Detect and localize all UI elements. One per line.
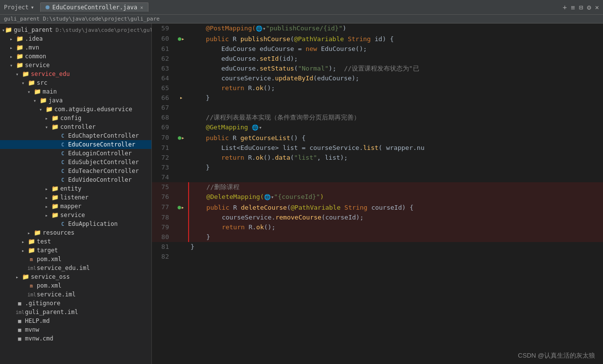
sidebar-item-gitignore[interactable]: ■ .gitignore <box>0 299 151 308</box>
sidebar-item-EduCourseController[interactable]: C EduCourseController <box>0 140 151 149</box>
line-code[interactable]: } <box>189 163 603 172</box>
sidebar-item-service-iml[interactable]: iml service.iml <box>0 290 151 299</box>
add-icon[interactable]: + <box>563 3 567 11</box>
line-code[interactable]: @DeleteMapping(🌐▾"{courseId}") <box>189 192 603 202</box>
line-code[interactable]: courseService.updateById(eduCourse); <box>189 73 603 83</box>
sidebar-item-main[interactable]: ▾ 📁 main <box>0 87 151 96</box>
line-code[interactable]: } <box>189 242 603 252</box>
line-code[interactable]: List<EduCourse> list = courseService.lis… <box>189 143 603 153</box>
line-code[interactable] <box>189 172 603 182</box>
sidebar-item-pom-edu[interactable]: m pom.xml <box>0 255 151 264</box>
sidebar-item-test[interactable]: ▸ 📁 test <box>0 237 151 246</box>
line-gutter <box>174 213 189 222</box>
sidebar-item-EduSubjectController[interactable]: C EduSubjectController <box>0 158 151 167</box>
sidebar-item-guli-parent-iml[interactable]: iml guli_parent.iml <box>0 308 151 316</box>
tree-root[interactable]: ▾ 📁 guli_parent D:\study\java\code\proje… <box>0 25 151 34</box>
line-code[interactable]: return R.ok().data("list", list); <box>189 153 603 163</box>
sidebar-item-EduApplication[interactable]: C EduApplication <box>0 219 151 228</box>
tree-label: common <box>25 53 46 60</box>
line-code[interactable]: courseService.removeCourse(courseId); <box>189 213 603 222</box>
sidebar-item-config[interactable]: ▸ 📁 config <box>0 114 151 122</box>
sidebar-item-src[interactable]: ▾ 📁 src <box>0 78 151 87</box>
editor-tab[interactable]: EduCourseController.java × <box>40 2 148 12</box>
line-gutter <box>174 192 189 202</box>
tree-label: guli_parent.iml <box>25 309 78 315</box>
expand-arrow: ▾ <box>45 124 51 130</box>
code-line-80: 80 } <box>152 232 603 242</box>
java-file-icon: C <box>59 169 67 174</box>
sidebar-item-EduChapterController[interactable]: C EduChapterController <box>0 131 151 140</box>
expand-arrow: ▾ <box>27 89 33 95</box>
line-code[interactable]: eduCourse.setStatus("Normal"); //设置课程发布状… <box>189 64 603 73</box>
sidebar-item-help-md[interactable]: ■ HELP.md <box>0 316 151 325</box>
sidebar-item-resources[interactable]: ▸ 📁 resources <box>0 228 151 237</box>
sidebar-item-com-atguigu[interactable]: ▾ 📁 com.atguigu.eduservice <box>0 105 151 114</box>
tree-label: EduCourseController <box>68 141 135 148</box>
settings-icon[interactable]: ⚙ <box>587 3 591 11</box>
line-gutter <box>174 113 189 122</box>
java-file-icon: C <box>59 151 67 156</box>
sidebar-item-common[interactable]: ▸ 📁 common <box>0 52 151 61</box>
line-number: 74 <box>152 172 174 182</box>
line-code[interactable]: public R getCourseList() { <box>189 133 603 143</box>
line-code[interactable]: EduCourse eduCourse = new EduCourse(); <box>189 44 603 54</box>
sidebar-item-listener[interactable]: ▸ 📁 listener <box>0 193 151 202</box>
sidebar-item-service2[interactable]: ▸ 📁 service <box>0 211 151 219</box>
line-number: 66 <box>152 93 174 103</box>
tree-label: java <box>48 97 63 104</box>
tree-label: mvnw <box>25 326 39 333</box>
sidebar-item-mvnw-cmd[interactable]: ■ mvnw.cmd <box>0 334 151 343</box>
minus-icon[interactable]: ⊟ <box>579 3 583 11</box>
line-gutter <box>174 44 189 54</box>
sidebar-item-entity[interactable]: ▸ 📁 entity <box>0 184 151 193</box>
sidebar-item-target[interactable]: ▸ 📁 target <box>0 246 151 255</box>
sidebar-item-controller[interactable]: ▾ 📁 controller <box>0 122 151 131</box>
line-code[interactable] <box>189 103 603 113</box>
code-line-76: 76 @DeleteMapping(🌐▾"{courseId}") <box>152 192 603 202</box>
line-code[interactable]: @GetMapping 🌐▾ <box>189 122 603 133</box>
code-line-61: 61 EduCourse eduCourse = new EduCourse()… <box>152 44 603 54</box>
sidebar-item-EduVideoController[interactable]: C EduVideoController <box>0 175 151 184</box>
sidebar-item-pom-oss[interactable]: m pom.xml <box>0 281 151 290</box>
code-line-73: 73 } <box>152 163 603 172</box>
list-icon[interactable]: ≡ <box>571 3 575 11</box>
line-gutter: ▸ <box>174 93 189 103</box>
code-table: 59 @PostMapping(🌐▾"publishCourse/{id}") … <box>152 24 603 262</box>
sidebar-item-EduTeacherController[interactable]: C EduTeacherController <box>0 167 151 175</box>
sidebar-item-mvnw[interactable]: ■ mvnw <box>0 325 151 334</box>
sidebar-item-service-edu-iml[interactable]: iml service_edu.iml <box>0 264 151 272</box>
sidebar-item-mvn[interactable]: ▸ 📁 .mvn <box>0 43 151 52</box>
line-code[interactable]: return R.ok(); <box>189 222 603 232</box>
line-code[interactable]: //课程列表最基本实现（条件查询带分页后期再完善） <box>189 113 603 122</box>
line-code[interactable]: return R.ok(); <box>189 83 603 93</box>
line-code[interactable]: @PostMapping(🌐▾"publishCourse/{id}") <box>189 24 603 34</box>
sidebar-item-java[interactable]: ▾ 📁 java <box>0 96 151 105</box>
line-gutter <box>174 54 189 64</box>
code-area[interactable]: 59 @PostMapping(🌐▾"publishCourse/{id}") … <box>152 24 603 364</box>
tree-label: src <box>37 79 48 86</box>
sidebar-item-EduLoginController[interactable]: C EduLoginController <box>0 149 151 158</box>
line-code[interactable] <box>189 252 603 262</box>
close-window-icon[interactable]: × <box>595 3 599 11</box>
line-code[interactable]: //删除课程 <box>189 182 603 192</box>
folder-icon: 📁 <box>51 185 59 192</box>
folder-icon: 📁 <box>16 35 24 42</box>
tree-label: mapper <box>60 203 81 210</box>
sidebar-item-service-oss[interactable]: ▸ 📁 service_oss <box>0 272 151 281</box>
line-code[interactable]: } <box>189 93 603 103</box>
code-line-82: 82 <box>152 252 603 262</box>
line-code[interactable]: public R publishCourse(@PathVariable Str… <box>189 34 603 44</box>
line-number: 63 <box>152 64 174 73</box>
toolbar-icons: + ≡ ⊟ ⚙ × <box>563 3 599 11</box>
line-code[interactable]: } <box>189 232 603 242</box>
project-menu[interactable]: Project ▾ <box>4 4 34 11</box>
line-code[interactable]: eduCourse.setId(id); <box>189 54 603 64</box>
line-gutter <box>174 222 189 232</box>
sidebar-item-idea[interactable]: ▸ 📁 .idea <box>0 34 151 43</box>
sidebar-item-mapper[interactable]: ▸ 📁 mapper <box>0 202 151 211</box>
line-code[interactable]: public R deleteCourse(@PathVariable Stri… <box>189 202 603 213</box>
tree-label: main <box>43 88 57 95</box>
sidebar-item-service-edu[interactable]: ▾ 📁 service_edu <box>0 70 151 78</box>
sidebar-item-service[interactable]: ▾ 📁 service <box>0 61 151 70</box>
tab-close-button[interactable]: × <box>140 5 143 10</box>
